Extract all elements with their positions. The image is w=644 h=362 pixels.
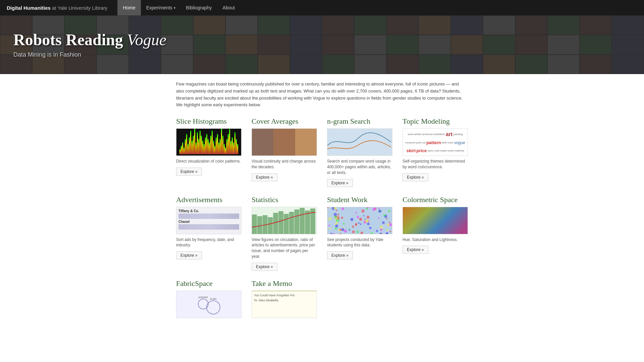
- explore-button[interactable]: Explore »: [176, 168, 202, 176]
- hero-cell: [547, 35, 580, 54]
- experiment-thumb-colormetric: [402, 207, 468, 234]
- histogram-bar: [197, 132, 198, 154]
- topic-word: york: [416, 141, 421, 144]
- histogram-bar: [216, 137, 217, 154]
- experiment-title: Advertisements: [176, 195, 241, 204]
- svg-point-88: [389, 222, 390, 223]
- histogram-bar: [232, 137, 233, 154]
- svg-point-53: [376, 230, 378, 232]
- svg-rect-1: [257, 216, 262, 234]
- histogram-bar: [229, 129, 230, 154]
- ads-row: [178, 214, 239, 219]
- svg-point-29: [335, 222, 338, 224]
- topic-word: birth: [442, 141, 447, 144]
- topic-word: exhibition: [434, 133, 445, 136]
- svg-rect-0: [252, 215, 257, 234]
- experiment-thumb-memo: You Could Have Forgotten ForTo: Miss Mir…: [252, 291, 317, 318]
- explore-button[interactable]: Explore »: [176, 251, 202, 259]
- topic-word: art: [446, 131, 452, 137]
- explore-button[interactable]: Explore »: [327, 251, 353, 259]
- histogram-bar: [182, 142, 183, 154]
- histogram-bar: [196, 142, 197, 154]
- hero-section: Robots Reading Vogue Data Mining is in F…: [0, 15, 644, 74]
- histogram-bar: [224, 144, 225, 154]
- hero-cell: [547, 15, 580, 35]
- hero-cell: [290, 55, 322, 74]
- topic-word: vogue: [454, 140, 465, 145]
- hero-cell: [612, 15, 644, 35]
- explore-button[interactable]: Explore »: [402, 173, 428, 181]
- svg-point-26: [378, 207, 380, 209]
- memo-line: You Could Have Forgotten For: [254, 293, 315, 298]
- hero-cell: [483, 55, 515, 74]
- svg-point-91: [351, 218, 354, 221]
- experiment-thumb-stats: [252, 207, 317, 234]
- hero-cell: [258, 35, 290, 54]
- experiment-thumb-histograms: [176, 128, 241, 156]
- hero-cell: [225, 35, 258, 54]
- brand-name: Digital Humanities: [7, 5, 51, 11]
- histogram-bar: [214, 146, 215, 154]
- experiment-card-ads: AdvertisementsTiffany & Co.ChanelSort ad…: [176, 195, 241, 271]
- histogram-bar: [213, 141, 214, 154]
- experiment-card-memo: Take a MemoYou Could Have Forgotten ForT…: [252, 279, 317, 321]
- svg-point-70: [378, 217, 380, 219]
- ads-row: [178, 224, 239, 230]
- explore-button[interactable]: Explore »: [252, 263, 277, 271]
- svg-point-41: [343, 227, 344, 228]
- svg-point-87: [390, 231, 391, 232]
- experiment-card-ngram: n-gram SearchSearch and compare word usa…: [327, 117, 392, 187]
- hero-cell: [515, 15, 547, 35]
- histogram-bar: [204, 144, 205, 154]
- svg-point-72: [334, 215, 337, 218]
- hero-cell: [354, 55, 386, 74]
- hero-cell: [290, 35, 322, 54]
- svg-point-81: [383, 214, 386, 216]
- svg-point-80: [387, 224, 389, 226]
- histogram-bar: [185, 139, 186, 154]
- nav-links: Home Experiments ▾ Bibliography About: [117, 0, 240, 15]
- svg-point-56: [336, 209, 337, 211]
- experiment-title: Colormetric Space: [402, 195, 468, 204]
- svg-point-12: [328, 225, 330, 226]
- navbar: Digital Humanities at Yale University Li…: [0, 0, 644, 15]
- histogram-bar: [190, 131, 191, 154]
- nav-home[interactable]: Home: [117, 0, 141, 15]
- histogram-bar: [206, 134, 207, 154]
- nav-experiments[interactable]: Experiments ▾: [141, 0, 181, 15]
- ads-row: Tiffany & Co.: [178, 209, 239, 213]
- svg-point-39: [371, 232, 373, 234]
- topic-word: sizes: [427, 149, 433, 152]
- svg-point-74: [348, 229, 350, 231]
- experiment-thumb-ngram: [327, 128, 392, 156]
- experiment-title: Slice Histograms: [176, 117, 241, 126]
- student-chart: [327, 207, 392, 234]
- cover-panel: [252, 129, 273, 156]
- experiment-thumb-topic: workartistsamericanexhibitionartpainting…: [402, 128, 468, 156]
- histogram-bar: [189, 137, 190, 154]
- experiment-desc: Direct visualization of color patterns.: [176, 159, 241, 164]
- explore-button[interactable]: Explore »: [252, 173, 277, 181]
- histogram-bar: [212, 131, 213, 154]
- experiment-desc: Sort ads by frequency, date, and industr…: [176, 237, 241, 248]
- hero-cell: [483, 15, 515, 35]
- hero-cell: [547, 55, 580, 74]
- topic-word: skirt: [407, 148, 416, 153]
- hero-cell: [258, 55, 290, 74]
- histogram-bar: [210, 136, 211, 154]
- svg-point-36: [360, 223, 362, 225]
- svg-point-52: [341, 207, 344, 210]
- hero-cell: [515, 35, 547, 54]
- topic-word: museum: [405, 141, 416, 144]
- topic-word: work: [408, 133, 414, 136]
- svg-text:acrylic: acrylic: [210, 298, 217, 300]
- nav-about[interactable]: About: [217, 0, 240, 15]
- svg-point-24: [356, 230, 359, 233]
- hero-cell: [193, 55, 225, 74]
- explore-button[interactable]: Explore »: [327, 179, 353, 187]
- explore-button[interactable]: Explore »: [402, 246, 428, 254]
- svg-point-89: [388, 210, 390, 212]
- nav-bibliography[interactable]: Bibliography: [181, 0, 217, 15]
- experiment-card-histograms: Slice HistogramsDirect visualization of …: [176, 117, 241, 187]
- hero-cell: [612, 35, 644, 54]
